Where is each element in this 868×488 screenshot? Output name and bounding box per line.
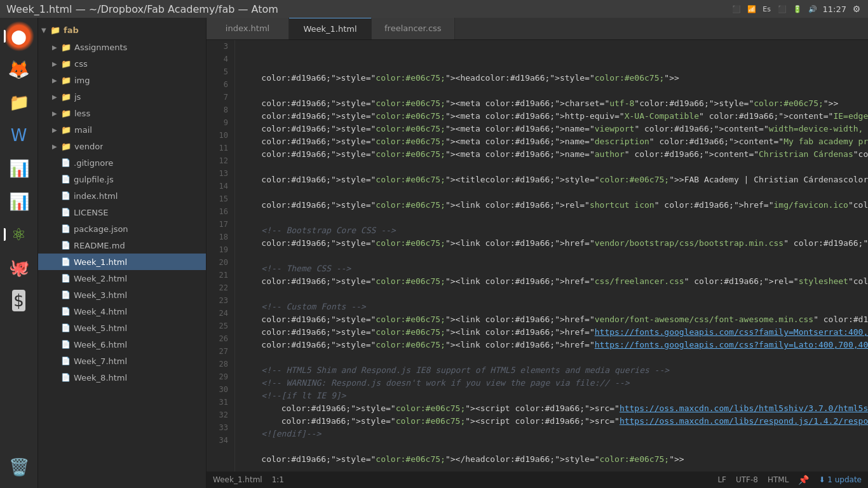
sidebar-item-readme[interactable]: ▶ 📄 README.md [38,237,206,254]
code-line: color:#d19a66;">style="color:#e06c75;"><… [241,415,868,428]
line-number: 14 [216,180,228,193]
dock-item-terminal[interactable]: $ [4,285,34,316]
code-line: color:#d19a66;">style="color:#e06c75;"><… [241,339,868,351]
code-area[interactable]: 3456789101112131415161718192021222324252… [207,40,868,471]
sidebar-item-license[interactable]: ▶ 📄 LICENSE [38,204,206,220]
code-line: color:#d19a66;">style="color:#e06c75;"><… [241,110,868,123]
sidebar-item-img[interactable]: ▶ 📁 img [38,72,206,88]
dock-item-trash[interactable]: 🗑️ [4,452,34,482]
vendor-label: vendor [74,142,103,151]
code-line: color:#d19a66;">style="color:#e06c75;"><… [241,237,868,250]
code-content[interactable]: color:#d19a66;">style="color:#e06c75;"><… [235,40,868,471]
week7-label: Week_7.html [74,356,127,366]
tree-root-item[interactable]: ▼ 📁 fab [38,21,206,39]
index-label: index.html [74,191,118,201]
tab-freelancer-css[interactable]: freelancer.css [372,18,455,39]
statusbar: Week_1.html 1:1 LF UTF-8 HTML 📌 ⬇ 1 upda… [207,471,868,488]
sidebar-item-week2[interactable]: ▶ 📄 Week_2.html [38,270,206,287]
editor[interactable]: 3456789101112131415161718192021222324252… [207,40,868,471]
sidebar-item-week1[interactable]: ▶ 📄 Week_1.html [38,254,206,270]
status-language[interactable]: HTML [768,475,789,484]
code-line [241,59,868,72]
sidebar-item-package[interactable]: ▶ 📄 package.json [38,220,206,237]
status-line-ending[interactable]: LF [717,475,726,484]
status-filename[interactable]: Week_1.html [213,475,262,484]
pin-icon[interactable]: 📌 [798,475,809,485]
wifi-icon: 📶 [747,4,757,14]
sidebar-item-css[interactable]: ▶ 📁 css [38,55,206,72]
gulpfile-file-icon: 📄 [61,175,71,184]
sidebar-item-week3[interactable]: ▶ 📄 Week_3.html [38,287,206,303]
code-line: color:#d19a66;">style="color:#e06c75;"><… [241,97,868,110]
sidebar-item-vendor[interactable]: ▶ 📁 vendor [38,138,206,154]
tree-root: ▼ 📁 fab ▶ 📁 Assignments ▶ 📁 css ▶ 📁 img [38,18,206,389]
sidebar-item-index[interactable]: ▶ 📄 index.html [38,187,206,204]
sidebar-item-mail[interactable]: ▶ 📁 mail [38,121,206,138]
code-line: color:#d19a66;">style="color:#e06c75;"><… [241,313,868,326]
root-label: fab [64,25,79,35]
line-number: 34 [216,434,228,447]
status-position[interactable]: 1:1 [272,475,284,484]
line-number: 24 [216,307,228,320]
line-number: 29 [216,370,228,383]
dock-item-firefox[interactable]: 🦊 [4,54,34,85]
update-icon: ⬇ [818,475,825,484]
dock-item-writer[interactable]: W [4,120,34,151]
sidebar-item-week4[interactable]: ▶ 📄 Week_4.html [38,303,206,320]
dock-item-ubuntu[interactable]: ⬤ [4,21,34,51]
week3-label: Week_3.html [74,290,127,300]
line-number: 33 [216,421,228,434]
volume-icon: 🔊 [808,4,818,14]
code-line: color:#d19a66;">style="color:#e06c75;"><… [241,135,868,148]
tab-index-html[interactable]: index.html [207,18,289,39]
code-line: <!-- WARNING: Respond.js doesn't work if… [241,377,868,390]
readme-label: README.md [74,241,125,250]
code-line [241,351,868,364]
es-indicator: Es [762,4,772,14]
week5-label: Week_5.html [74,323,127,333]
img-folder-icon: 📁 [61,76,71,85]
week4-file-icon: 📄 [61,307,71,316]
code-line [241,288,868,301]
status-encoding[interactable]: UTF-8 [736,475,758,484]
week6-file-icon: 📄 [61,340,71,349]
sidebar-item-assignments[interactable]: ▶ 📁 Assignments [38,39,206,55]
dock-item-gitkraken[interactable]: 🐙 [4,252,34,283]
statusbar-left: Week_1.html 1:1 [213,475,284,484]
line-number: 5 [216,65,228,78]
sidebar-item-week7[interactable]: ▶ 📄 Week_7.html [38,353,206,369]
titlebar: Week_1.html — ~/Dropbox/Fab Academy/fab … [0,0,868,18]
line-number: 12 [216,154,228,167]
sidebar-item-week8[interactable]: ▶ 📄 Week_8.html [38,369,206,386]
line-number: 18 [216,231,228,243]
settings-icon[interactable]: ⚙ [851,4,862,14]
line-number: 8 [216,104,228,116]
sidebar-item-gitignore[interactable]: ▶ 📄 .gitignore [38,154,206,171]
mail-arrow: ▶ [52,126,61,133]
dock: ⬤ 🦊 📁 W 📊 📊 ⚛ 🐙 $ [0,18,38,488]
sidebar-item-js[interactable]: ▶ 📁 js [38,88,206,105]
sidebar-item-gulpfile[interactable]: ▶ 📄 gulpfile.js [38,171,206,187]
tab-week1-html[interactable]: Week_1.html [289,18,372,39]
line-number: 23 [216,294,228,307]
dock-item-files[interactable]: 📁 [4,87,34,118]
line-number: 19 [216,243,228,256]
tabbar: index.html Week_1.html freelancer.css [207,18,868,40]
sidebar-item-less[interactable]: ▶ 📁 less [38,105,206,121]
code-line: color:#d19a66;">style="color:#e06c75;"><… [241,123,868,135]
code-line: color:#d19a66;">style="color:#e06c75;"><… [241,453,868,466]
sidebar-item-week6[interactable]: ▶ 📄 Week_6.html [38,336,206,353]
dock-item-atom[interactable]: ⚛ [4,219,34,250]
dropbox-icon: ⬛ [731,4,742,14]
line-number: 25 [216,320,228,332]
code-line: color:#d19a66;">style="color:#e06c75;"><… [241,72,868,85]
update-badge[interactable]: ⬇ 1 update [818,475,862,484]
line-number: 28 [216,358,228,370]
week1-file-icon: 📄 [61,257,71,266]
dock-item-impress[interactable]: 📊 [4,186,34,217]
line-number: 20 [216,256,228,269]
dock-item-calc[interactable]: 📊 [4,153,34,184]
sidebar-item-week5[interactable]: ▶ 📄 Week_5.html [38,320,206,336]
week1-label: Week_1.html [74,257,127,267]
code-line: <![endif]--> [241,428,868,440]
